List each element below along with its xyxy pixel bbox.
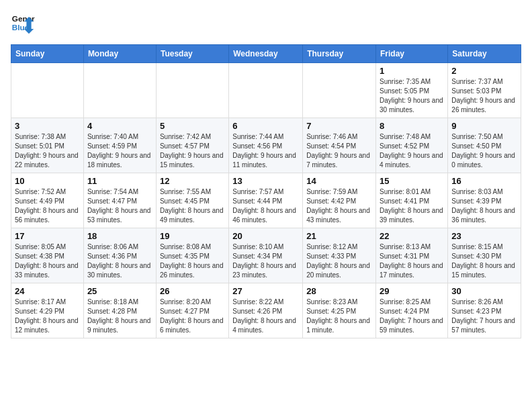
day-info: Sunrise: 8:17 AM Sunset: 4:29 PM Dayligh… [15,298,80,335]
day-number: 23 [451,231,517,241]
day-info: Sunrise: 8:13 AM Sunset: 4:31 PM Dayligh… [380,242,444,280]
day-number: 13 [232,176,299,186]
day-number: 30 [451,286,517,296]
calendar-cell [229,63,303,118]
calendar-cell: 29Sunrise: 8:25 AM Sunset: 4:24 PM Dayli… [376,283,448,338]
col-header-thursday: Thursday [303,45,376,63]
calendar-cell: 12Sunrise: 7:55 AM Sunset: 4:45 PM Dayli… [156,173,228,228]
day-number: 9 [451,121,517,131]
calendar-cell: 18Sunrise: 8:06 AM Sunset: 4:36 PM Dayli… [83,228,156,283]
day-number: 3 [15,121,80,131]
day-number: 21 [306,231,372,241]
day-info: Sunrise: 7:35 AM Sunset: 5:05 PM Dayligh… [380,77,444,115]
calendar-week-row: 10Sunrise: 7:52 AM Sunset: 4:49 PM Dayli… [11,173,521,228]
col-header-saturday: Saturday [448,45,521,63]
day-info: Sunrise: 7:37 AM Sunset: 5:03 PM Dayligh… [451,77,517,115]
day-number: 27 [232,286,299,296]
day-number: 15 [380,176,444,186]
calendar-cell: 7Sunrise: 7:46 AM Sunset: 4:54 PM Daylig… [303,118,376,173]
calendar-cell: 20Sunrise: 8:10 AM Sunset: 4:34 PM Dayli… [229,228,303,283]
col-header-tuesday: Tuesday [156,45,228,63]
col-header-monday: Monday [83,45,156,63]
calendar-week-row: 1Sunrise: 7:35 AM Sunset: 5:05 PM Daylig… [11,63,521,118]
calendar-cell: 28Sunrise: 8:23 AM Sunset: 4:25 PM Dayli… [303,283,376,338]
day-info: Sunrise: 7:44 AM Sunset: 4:56 PM Dayligh… [232,132,299,170]
day-number: 8 [380,121,444,131]
calendar-cell: 17Sunrise: 8:05 AM Sunset: 4:38 PM Dayli… [11,228,84,283]
calendar-week-row: 17Sunrise: 8:05 AM Sunset: 4:38 PM Dayli… [11,228,521,283]
day-info: Sunrise: 8:15 AM Sunset: 4:30 PM Dayligh… [451,242,517,280]
day-number: 10 [15,176,80,186]
day-number: 12 [160,176,225,186]
day-info: Sunrise: 7:42 AM Sunset: 4:57 PM Dayligh… [160,132,225,170]
day-number: 1 [380,66,444,76]
calendar-cell [11,63,84,118]
day-info: Sunrise: 8:06 AM Sunset: 4:36 PM Dayligh… [87,242,152,280]
logo: General Blue [11,11,38,35]
calendar-cell: 16Sunrise: 8:03 AM Sunset: 4:39 PM Dayli… [448,173,521,228]
day-info: Sunrise: 8:10 AM Sunset: 4:34 PM Dayligh… [232,242,299,280]
day-number: 28 [306,286,372,296]
day-info: Sunrise: 8:08 AM Sunset: 4:35 PM Dayligh… [160,242,225,280]
day-number: 7 [306,121,372,131]
calendar-cell: 2Sunrise: 7:37 AM Sunset: 5:03 PM Daylig… [448,63,521,118]
day-number: 5 [160,121,225,131]
day-info: Sunrise: 7:59 AM Sunset: 4:42 PM Dayligh… [306,187,372,225]
calendar-table: SundayMondayTuesdayWednesdayThursdayFrid… [11,44,521,338]
day-info: Sunrise: 7:54 AM Sunset: 4:47 PM Dayligh… [87,187,152,225]
day-info: Sunrise: 7:40 AM Sunset: 4:59 PM Dayligh… [87,132,152,170]
svg-text:General: General [12,14,35,23]
calendar-cell: 26Sunrise: 8:20 AM Sunset: 4:27 PM Dayli… [156,283,228,338]
calendar-cell: 27Sunrise: 8:22 AM Sunset: 4:26 PM Dayli… [229,283,303,338]
day-number: 4 [87,121,152,131]
calendar-cell: 30Sunrise: 8:26 AM Sunset: 4:23 PM Dayli… [448,283,521,338]
calendar-header-row: SundayMondayTuesdayWednesdayThursdayFrid… [11,45,521,63]
day-info: Sunrise: 8:18 AM Sunset: 4:28 PM Dayligh… [87,298,152,335]
calendar-cell [156,63,228,118]
day-info: Sunrise: 7:46 AM Sunset: 4:54 PM Dayligh… [306,132,372,170]
day-info: Sunrise: 8:23 AM Sunset: 4:25 PM Dayligh… [306,298,372,335]
day-info: Sunrise: 8:26 AM Sunset: 4:23 PM Dayligh… [451,298,517,335]
day-info: Sunrise: 7:48 AM Sunset: 4:52 PM Dayligh… [380,132,444,170]
calendar-cell: 10Sunrise: 7:52 AM Sunset: 4:49 PM Dayli… [11,173,84,228]
day-info: Sunrise: 7:57 AM Sunset: 4:44 PM Dayligh… [232,187,299,225]
calendar-cell [83,63,156,118]
day-info: Sunrise: 8:12 AM Sunset: 4:33 PM Dayligh… [306,242,372,280]
col-header-friday: Friday [376,45,448,63]
calendar-cell: 8Sunrise: 7:48 AM Sunset: 4:52 PM Daylig… [376,118,448,173]
day-number: 25 [87,286,152,296]
calendar-cell: 5Sunrise: 7:42 AM Sunset: 4:57 PM Daylig… [156,118,228,173]
top-area: General Blue [11,11,521,38]
day-info: Sunrise: 8:25 AM Sunset: 4:24 PM Dayligh… [380,298,444,335]
logo-icon: General Blue [11,11,35,35]
col-header-wednesday: Wednesday [229,45,303,63]
day-info: Sunrise: 8:22 AM Sunset: 4:26 PM Dayligh… [232,298,299,335]
day-info: Sunrise: 8:20 AM Sunset: 4:27 PM Dayligh… [160,298,225,335]
day-number: 22 [380,231,444,241]
day-info: Sunrise: 8:03 AM Sunset: 4:39 PM Dayligh… [451,187,517,225]
calendar-cell: 22Sunrise: 8:13 AM Sunset: 4:31 PM Dayli… [376,228,448,283]
day-number: 20 [232,231,299,241]
calendar-cell: 1Sunrise: 7:35 AM Sunset: 5:05 PM Daylig… [376,63,448,118]
day-info: Sunrise: 8:05 AM Sunset: 4:38 PM Dayligh… [15,242,80,280]
calendar-cell: 21Sunrise: 8:12 AM Sunset: 4:33 PM Dayli… [303,228,376,283]
calendar-cell: 11Sunrise: 7:54 AM Sunset: 4:47 PM Dayli… [83,173,156,228]
calendar-cell: 25Sunrise: 8:18 AM Sunset: 4:28 PM Dayli… [83,283,156,338]
calendar-cell: 24Sunrise: 8:17 AM Sunset: 4:29 PM Dayli… [11,283,84,338]
day-number: 16 [451,176,517,186]
calendar-cell: 3Sunrise: 7:38 AM Sunset: 5:01 PM Daylig… [11,118,84,173]
day-info: Sunrise: 7:38 AM Sunset: 5:01 PM Dayligh… [15,132,80,170]
calendar-week-row: 3Sunrise: 7:38 AM Sunset: 5:01 PM Daylig… [11,118,521,173]
day-info: Sunrise: 8:01 AM Sunset: 4:41 PM Dayligh… [380,187,444,225]
calendar-cell: 23Sunrise: 8:15 AM Sunset: 4:30 PM Dayli… [448,228,521,283]
day-number: 24 [15,286,80,296]
calendar-cell: 4Sunrise: 7:40 AM Sunset: 4:59 PM Daylig… [83,118,156,173]
day-number: 6 [232,121,299,131]
day-info: Sunrise: 7:52 AM Sunset: 4:49 PM Dayligh… [15,187,80,225]
calendar-cell: 13Sunrise: 7:57 AM Sunset: 4:44 PM Dayli… [229,173,303,228]
day-number: 2 [451,66,517,76]
calendar-cell: 15Sunrise: 8:01 AM Sunset: 4:41 PM Dayli… [376,173,448,228]
calendar-cell: 6Sunrise: 7:44 AM Sunset: 4:56 PM Daylig… [229,118,303,173]
day-info: Sunrise: 7:55 AM Sunset: 4:45 PM Dayligh… [160,187,225,225]
calendar-cell: 19Sunrise: 8:08 AM Sunset: 4:35 PM Dayli… [156,228,228,283]
